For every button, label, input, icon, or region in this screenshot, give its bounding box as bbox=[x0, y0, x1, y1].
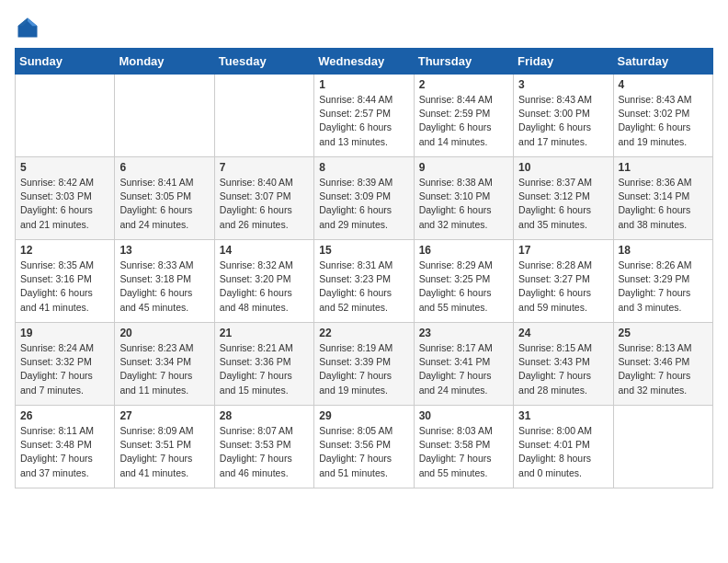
day-number: 25 bbox=[619, 327, 708, 339]
calendar-cell: 25Sunrise: 8:13 AM Sunset: 3:46 PM Dayli… bbox=[613, 323, 712, 406]
day-number: 6 bbox=[119, 161, 209, 174]
day-info: Sunrise: 8:24 AM Sunset: 3:32 PM Dayligh… bbox=[20, 341, 109, 397]
calendar-cell: 24Sunrise: 8:15 AM Sunset: 3:43 PM Dayli… bbox=[514, 323, 613, 406]
calendar-cell: 13Sunrise: 8:33 AM Sunset: 3:18 PM Dayli… bbox=[115, 240, 214, 323]
day-number: 14 bbox=[220, 244, 309, 257]
day-number: 16 bbox=[419, 244, 508, 257]
calendar-cell: 27Sunrise: 8:09 AM Sunset: 3:51 PM Dayli… bbox=[115, 406, 214, 488]
calendar-cell: 1Sunrise: 8:44 AM Sunset: 2:57 PM Daylig… bbox=[314, 75, 414, 157]
calendar-cell: 28Sunrise: 8:07 AM Sunset: 3:53 PM Dayli… bbox=[214, 406, 313, 488]
day-info: Sunrise: 8:29 AM Sunset: 3:25 PM Dayligh… bbox=[419, 259, 508, 315]
day-info: Sunrise: 8:15 AM Sunset: 3:43 PM Dayligh… bbox=[518, 341, 608, 397]
day-number: 10 bbox=[518, 161, 608, 174]
week-row-2: 12Sunrise: 8:35 AM Sunset: 3:16 PM Dayli… bbox=[16, 240, 713, 323]
day-number: 27 bbox=[119, 409, 209, 422]
calendar-table: SundayMondayTuesdayWednesdayThursdayFrid… bbox=[15, 48, 713, 488]
calendar-cell bbox=[214, 75, 313, 157]
header-day-tuesday: Tuesday bbox=[214, 49, 313, 75]
day-number: 5 bbox=[20, 161, 109, 174]
day-info: Sunrise: 8:13 AM Sunset: 3:46 PM Dayligh… bbox=[619, 341, 708, 397]
calendar-cell: 15Sunrise: 8:31 AM Sunset: 3:23 PM Dayli… bbox=[314, 240, 414, 323]
day-info: Sunrise: 8:43 AM Sunset: 3:00 PM Dayligh… bbox=[518, 93, 608, 149]
day-number: 15 bbox=[319, 244, 408, 257]
day-number: 31 bbox=[518, 409, 608, 422]
calendar-cell bbox=[115, 75, 214, 157]
header-day-saturday: Saturday bbox=[613, 49, 712, 75]
week-row-0: 1Sunrise: 8:44 AM Sunset: 2:57 PM Daylig… bbox=[16, 75, 713, 157]
header-day-wednesday: Wednesday bbox=[314, 49, 414, 75]
day-info: Sunrise: 8:44 AM Sunset: 2:57 PM Dayligh… bbox=[319, 93, 408, 149]
day-info: Sunrise: 8:17 AM Sunset: 3:41 PM Dayligh… bbox=[419, 341, 508, 397]
day-number: 3 bbox=[518, 78, 608, 91]
day-number: 21 bbox=[220, 327, 309, 339]
logo-icon bbox=[15, 15, 40, 40]
day-info: Sunrise: 8:40 AM Sunset: 3:07 PM Dayligh… bbox=[220, 176, 309, 232]
calendar-cell: 22Sunrise: 8:19 AM Sunset: 3:39 PM Dayli… bbox=[314, 323, 414, 406]
day-info: Sunrise: 8:23 AM Sunset: 3:34 PM Dayligh… bbox=[119, 341, 209, 397]
day-number: 2 bbox=[419, 78, 508, 91]
day-info: Sunrise: 8:21 AM Sunset: 3:36 PM Dayligh… bbox=[220, 341, 309, 397]
day-info: Sunrise: 8:09 AM Sunset: 3:51 PM Dayligh… bbox=[119, 424, 209, 480]
day-number: 20 bbox=[119, 327, 209, 339]
day-number: 24 bbox=[518, 327, 608, 339]
day-number: 13 bbox=[119, 244, 209, 257]
day-info: Sunrise: 8:11 AM Sunset: 3:48 PM Dayligh… bbox=[20, 424, 109, 480]
day-number: 29 bbox=[319, 409, 408, 422]
calendar-cell: 5Sunrise: 8:42 AM Sunset: 3:03 PM Daylig… bbox=[16, 157, 115, 240]
calendar-cell: 21Sunrise: 8:21 AM Sunset: 3:36 PM Dayli… bbox=[214, 323, 313, 406]
day-number: 19 bbox=[20, 327, 109, 339]
calendar-cell: 6Sunrise: 8:41 AM Sunset: 3:05 PM Daylig… bbox=[115, 157, 214, 240]
week-row-3: 19Sunrise: 8:24 AM Sunset: 3:32 PM Dayli… bbox=[16, 323, 713, 406]
day-number: 8 bbox=[319, 161, 408, 174]
day-info: Sunrise: 8:31 AM Sunset: 3:23 PM Dayligh… bbox=[319, 259, 408, 315]
calendar-cell: 31Sunrise: 8:00 AM Sunset: 4:01 PM Dayli… bbox=[514, 406, 613, 488]
calendar-cell: 18Sunrise: 8:26 AM Sunset: 3:29 PM Dayli… bbox=[613, 240, 712, 323]
calendar-cell: 2Sunrise: 8:44 AM Sunset: 2:59 PM Daylig… bbox=[414, 75, 513, 157]
calendar-cell: 17Sunrise: 8:28 AM Sunset: 3:27 PM Dayli… bbox=[514, 240, 613, 323]
page-header bbox=[15, 15, 713, 40]
day-info: Sunrise: 8:32 AM Sunset: 3:20 PM Dayligh… bbox=[220, 259, 309, 315]
day-info: Sunrise: 8:39 AM Sunset: 3:09 PM Dayligh… bbox=[319, 176, 408, 232]
day-info: Sunrise: 8:38 AM Sunset: 3:10 PM Dayligh… bbox=[419, 176, 508, 232]
calendar-cell: 7Sunrise: 8:40 AM Sunset: 3:07 PM Daylig… bbox=[214, 157, 313, 240]
calendar-cell: 16Sunrise: 8:29 AM Sunset: 3:25 PM Dayli… bbox=[414, 240, 513, 323]
calendar-cell: 3Sunrise: 8:43 AM Sunset: 3:00 PM Daylig… bbox=[514, 75, 613, 157]
calendar-cell: 23Sunrise: 8:17 AM Sunset: 3:41 PM Dayli… bbox=[414, 323, 513, 406]
week-row-1: 5Sunrise: 8:42 AM Sunset: 3:03 PM Daylig… bbox=[16, 157, 713, 240]
day-info: Sunrise: 8:43 AM Sunset: 3:02 PM Dayligh… bbox=[619, 93, 708, 149]
header-day-monday: Monday bbox=[115, 49, 214, 75]
day-number: 7 bbox=[220, 161, 309, 174]
day-info: Sunrise: 8:36 AM Sunset: 3:14 PM Dayligh… bbox=[619, 176, 708, 232]
calendar-cell: 4Sunrise: 8:43 AM Sunset: 3:02 PM Daylig… bbox=[613, 75, 712, 157]
day-number: 22 bbox=[319, 327, 408, 339]
day-info: Sunrise: 8:03 AM Sunset: 3:58 PM Dayligh… bbox=[419, 424, 508, 480]
week-row-4: 26Sunrise: 8:11 AM Sunset: 3:48 PM Dayli… bbox=[16, 406, 713, 488]
calendar-cell: 29Sunrise: 8:05 AM Sunset: 3:56 PM Dayli… bbox=[314, 406, 414, 488]
calendar-cell: 30Sunrise: 8:03 AM Sunset: 3:58 PM Dayli… bbox=[414, 406, 513, 488]
logo bbox=[15, 15, 44, 40]
day-info: Sunrise: 8:42 AM Sunset: 3:03 PM Dayligh… bbox=[20, 176, 109, 232]
calendar-cell: 10Sunrise: 8:37 AM Sunset: 3:12 PM Dayli… bbox=[514, 157, 613, 240]
day-number: 9 bbox=[419, 161, 508, 174]
calendar-cell: 26Sunrise: 8:11 AM Sunset: 3:48 PM Dayli… bbox=[16, 406, 115, 488]
day-number: 26 bbox=[20, 409, 109, 422]
day-number: 17 bbox=[518, 244, 608, 257]
header-day-friday: Friday bbox=[514, 49, 613, 75]
header-row: SundayMondayTuesdayWednesdayThursdayFrid… bbox=[16, 49, 713, 75]
day-number: 1 bbox=[319, 78, 408, 91]
day-number: 30 bbox=[419, 409, 508, 422]
day-info: Sunrise: 8:28 AM Sunset: 3:27 PM Dayligh… bbox=[518, 259, 608, 315]
calendar-cell: 9Sunrise: 8:38 AM Sunset: 3:10 PM Daylig… bbox=[414, 157, 513, 240]
calendar-cell: 8Sunrise: 8:39 AM Sunset: 3:09 PM Daylig… bbox=[314, 157, 414, 240]
day-info: Sunrise: 8:37 AM Sunset: 3:12 PM Dayligh… bbox=[518, 176, 608, 232]
header-day-thursday: Thursday bbox=[414, 49, 513, 75]
calendar-cell: 19Sunrise: 8:24 AM Sunset: 3:32 PM Dayli… bbox=[16, 323, 115, 406]
day-info: Sunrise: 8:33 AM Sunset: 3:18 PM Dayligh… bbox=[119, 259, 209, 315]
day-info: Sunrise: 8:05 AM Sunset: 3:56 PM Dayligh… bbox=[319, 424, 408, 480]
day-info: Sunrise: 8:26 AM Sunset: 3:29 PM Dayligh… bbox=[619, 259, 708, 315]
calendar-cell: 14Sunrise: 8:32 AM Sunset: 3:20 PM Dayli… bbox=[214, 240, 313, 323]
day-info: Sunrise: 8:35 AM Sunset: 3:16 PM Dayligh… bbox=[20, 259, 109, 315]
day-info: Sunrise: 8:00 AM Sunset: 4:01 PM Dayligh… bbox=[518, 424, 608, 480]
calendar-cell: 11Sunrise: 8:36 AM Sunset: 3:14 PM Dayli… bbox=[613, 157, 712, 240]
day-info: Sunrise: 8:44 AM Sunset: 2:59 PM Dayligh… bbox=[419, 93, 508, 149]
